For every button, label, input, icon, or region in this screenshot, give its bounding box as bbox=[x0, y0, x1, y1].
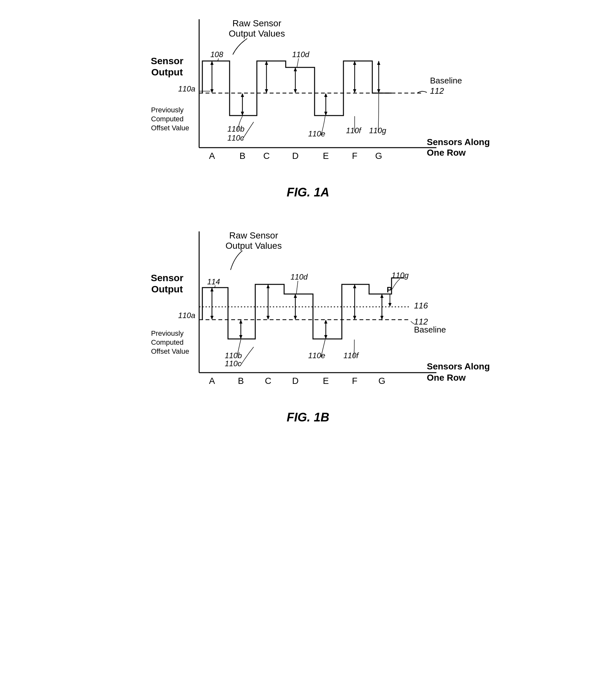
svg-marker-30 bbox=[211, 288, 214, 291]
x-label-C-1b: C bbox=[265, 376, 271, 386]
svg-marker-41 bbox=[324, 320, 327, 323]
svg-marker-20 bbox=[353, 61, 356, 65]
prev-computed-1b-l2: Computed bbox=[151, 338, 184, 346]
label-110g-1a: 110g bbox=[369, 126, 387, 135]
svg-marker-11 bbox=[265, 61, 268, 65]
baseline-label-1b: Baseline bbox=[414, 325, 446, 334]
svg-marker-16 bbox=[324, 93, 327, 97]
y-axis-label-line1: Sensor bbox=[151, 56, 183, 66]
label-110c-1b: 110c bbox=[225, 359, 241, 368]
prev-computed-1a-l2: Computed bbox=[151, 115, 184, 123]
svg-marker-5 bbox=[211, 61, 214, 65]
y-axis-label-line2: Output bbox=[151, 67, 182, 77]
label-110f-1a: 110f bbox=[346, 126, 362, 135]
x-label-A-1b: A bbox=[209, 376, 215, 386]
x-axis-title-1a-l1: Sensors Along bbox=[427, 137, 490, 147]
svg-marker-47 bbox=[380, 316, 383, 320]
raw-sensor-label-1b-l2: Output Values bbox=[225, 241, 282, 251]
label-114-1b: 114 bbox=[207, 277, 220, 286]
label-110d-1a: 110d bbox=[292, 50, 309, 59]
x-label-B-1b: B bbox=[238, 376, 244, 386]
svg-marker-13 bbox=[294, 89, 297, 93]
svg-marker-10 bbox=[265, 89, 268, 93]
svg-marker-48 bbox=[380, 294, 383, 298]
label-110d-1b: 110d bbox=[290, 273, 308, 281]
x-label-C-1a: C bbox=[263, 151, 269, 161]
x-label-G-1a: G bbox=[375, 151, 382, 161]
x-axis-title-1a-l2: One Row bbox=[427, 148, 466, 158]
raw-sensor-label-1a-l2: Output Values bbox=[229, 28, 285, 39]
figure-1a-block: Sensor Output Baseline 112 Raw Sensor Ou… bbox=[140, 13, 477, 199]
label-110e-1a: 110e bbox=[308, 129, 325, 138]
svg-marker-38 bbox=[294, 316, 297, 320]
x-label-F-1b: F bbox=[352, 376, 357, 386]
y-axis-label-1b-l1: Sensor bbox=[151, 273, 183, 283]
svg-marker-23 bbox=[377, 61, 380, 65]
fig1a-caption: FIG. 1A bbox=[287, 186, 329, 199]
figures-container: Sensor Output Baseline 112 Raw Sensor Ou… bbox=[140, 13, 477, 450]
svg-marker-17 bbox=[324, 112, 327, 116]
label-110e-1b: 110e bbox=[308, 351, 325, 360]
prev-computed-1a-l1: Previously bbox=[151, 106, 183, 114]
svg-marker-35 bbox=[266, 316, 270, 320]
figure-1b-block: Sensor Output 112 Baseline 116 Raw Senso… bbox=[140, 225, 477, 424]
raw-sensor-label-1b-l1: Raw Sensor bbox=[229, 230, 278, 240]
y-axis-label-1b-l2: Output bbox=[151, 284, 182, 294]
x-label-D-1a: D bbox=[292, 151, 298, 161]
svg-marker-8 bbox=[241, 112, 244, 116]
x-label-E-1b: E bbox=[323, 376, 329, 386]
svg-marker-19 bbox=[353, 89, 356, 93]
svg-marker-22 bbox=[377, 89, 380, 93]
raw-sensor-label-1a-l1: Raw Sensor bbox=[232, 18, 281, 28]
prev-computed-1b-l1: Previously bbox=[151, 329, 183, 337]
label-110c-1a: 110c bbox=[227, 133, 244, 142]
svg-marker-45 bbox=[353, 285, 356, 288]
label-116-1b: 116 bbox=[414, 301, 428, 310]
x-axis-title-1b-l1: Sensors Along bbox=[427, 361, 490, 371]
label-110b-1a: 110b bbox=[227, 125, 244, 133]
svg-marker-39 bbox=[294, 294, 297, 298]
x-label-B-1a: B bbox=[239, 151, 245, 161]
svg-marker-4 bbox=[211, 89, 214, 93]
label-110g-1b: 110g bbox=[392, 271, 409, 279]
prev-computed-1a-l3: Offset Value bbox=[151, 124, 189, 132]
x-label-G-1b: G bbox=[378, 376, 386, 386]
svg-marker-42 bbox=[324, 335, 327, 339]
svg-marker-14 bbox=[294, 67, 297, 71]
svg-marker-29 bbox=[211, 316, 214, 320]
fig1b-caption: FIG. 1B bbox=[287, 411, 329, 424]
x-label-D-1b: D bbox=[292, 376, 298, 386]
x-label-E-1a: E bbox=[323, 151, 329, 161]
baseline-ref-1a: 112 bbox=[430, 86, 444, 96]
label-110a-1a: 110a bbox=[178, 84, 195, 93]
label-110a-1b: 110a bbox=[178, 311, 195, 320]
label-110f-1b: 110f bbox=[344, 351, 359, 360]
figure-1a-svg: Sensor Output Baseline 112 Raw Sensor Ou… bbox=[148, 13, 468, 180]
label-110b-1b: 110b bbox=[225, 351, 242, 360]
figure-1b-svg: Sensor Output 112 Baseline 116 Raw Senso… bbox=[148, 225, 468, 405]
svg-marker-44 bbox=[353, 316, 356, 320]
x-axis-title-1b-l2: One Row bbox=[427, 373, 466, 383]
x-label-A-1a: A bbox=[209, 151, 215, 161]
prev-computed-1b-l3: Offset Value bbox=[151, 347, 189, 355]
svg-marker-36 bbox=[266, 285, 270, 288]
baseline-label-1a: Baseline bbox=[430, 76, 462, 85]
x-label-F-1a: F bbox=[352, 151, 357, 161]
svg-marker-32 bbox=[239, 320, 242, 323]
label-P-1b: P bbox=[387, 285, 392, 294]
svg-marker-7 bbox=[241, 93, 244, 97]
svg-marker-33 bbox=[239, 335, 242, 339]
label-108-1a: 108 bbox=[211, 50, 223, 59]
svg-marker-50 bbox=[388, 303, 392, 307]
